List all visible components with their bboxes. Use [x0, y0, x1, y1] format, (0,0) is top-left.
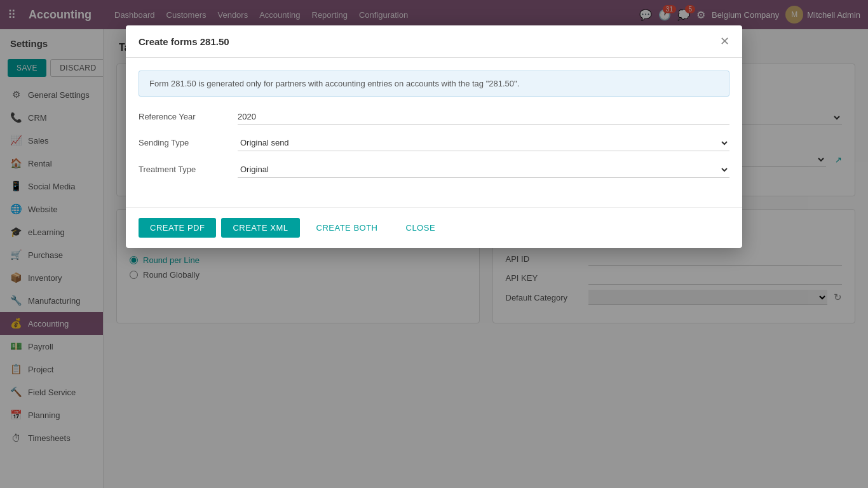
dialog-info-text: Form 281.50 is generated only for partne…: [139, 71, 729, 97]
dialog-overlay: Create forms 281.50 ✕ Form 281.50 is gen…: [0, 0, 868, 488]
treatment-type-select[interactable]: Original Correction: [238, 161, 729, 178]
dialog-header: Create forms 281.50 ✕: [126, 25, 742, 58]
treatment-type-label: Treatment Type: [139, 165, 227, 174]
dialog-body: Form 281.50 is generated only for partne…: [126, 58, 742, 201]
sending-type-select[interactable]: Original send Test: [238, 135, 729, 151]
create-both-button[interactable]: CREATE BOTH: [305, 218, 390, 238]
dialog-close-button[interactable]: ✕: [720, 34, 729, 48]
create-pdf-button[interactable]: CREATE PDF: [139, 218, 216, 238]
dialog-footer: CREATE PDF CREATE XML CREATE BOTH CLOSE: [126, 207, 742, 248]
reference-year-input[interactable]: [238, 109, 729, 125]
reference-year-row: Reference Year: [139, 109, 729, 125]
close-button[interactable]: CLOSE: [395, 218, 447, 238]
create-xml-button[interactable]: CREATE XML: [221, 218, 299, 238]
sending-type-label: Sending Type: [139, 138, 227, 147]
reference-year-label: Reference Year: [139, 112, 227, 121]
sending-type-row: Sending Type Original send Test: [139, 135, 729, 151]
create-forms-dialog: Create forms 281.50 ✕ Form 281.50 is gen…: [126, 25, 742, 248]
dialog-title: Create forms 281.50: [139, 36, 229, 47]
treatment-type-row: Treatment Type Original Correction: [139, 161, 729, 178]
